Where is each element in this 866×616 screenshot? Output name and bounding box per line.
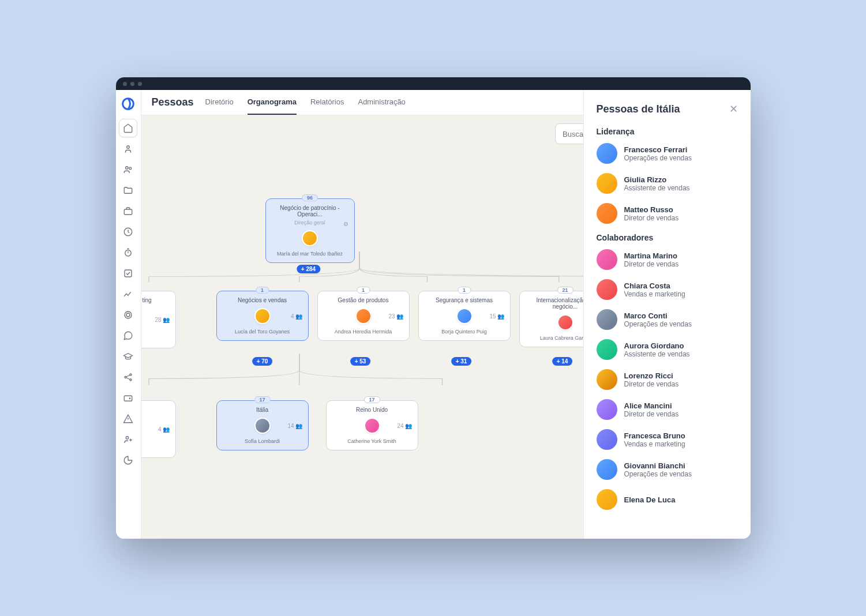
person-name: Giulia Rizzo [624,175,690,184]
tab-administracao[interactable]: Administração [358,90,405,115]
node-name: Andrea Heredia Hermida [335,329,392,335]
node-badge: 96 [302,194,318,201]
avatar [597,369,617,390]
person-row[interactable]: Alice ManciniDiretor de vendas [597,399,738,420]
org-node-root[interactable]: 96 Negócio de patrocínio - Operaci... Di… [265,198,355,263]
person-role: Operações de vendas [624,470,692,478]
node-badge: 17 [254,396,270,403]
org-node-italia[interactable]: 17 Itália 14 👥 Sofía Lombardi [216,400,309,450]
person-row[interactable]: Elena De Luca [597,489,738,510]
logo-icon[interactable] [120,96,136,112]
nav-chat[interactable] [119,326,137,345]
org-node-seguranca[interactable]: 1 Segurança e sistemas 15 👥 Borja Quinte… [418,291,511,341]
person-name: Alice Mancini [624,401,679,410]
expand-pill[interactable]: + 70 [252,357,273,366]
window-close-dot[interactable] [123,82,127,86]
tabs: Diretório Organograma Relatórios Adminis… [205,90,406,115]
avatar [355,308,372,324]
person-row[interactable]: Aurora GiordanoAssistente de vendas [597,339,738,360]
person-role: Vendas e marketing [624,440,685,448]
nav-grad[interactable] [119,347,137,366]
person-name: Elena De Luca [624,495,676,504]
nav-chart[interactable] [119,285,137,303]
nav-clock[interactable] [119,223,137,241]
tab-relatorios[interactable]: Relatórios [310,90,344,115]
node-count: 14 👥 [287,422,302,429]
node-title: Negócios e vendas [238,297,287,303]
nav-wallet[interactable] [119,389,137,407]
close-icon[interactable]: ✕ [729,103,738,115]
nav-share[interactable] [119,368,137,386]
person-row[interactable]: Francesco FerrariOperações de vendas [597,143,738,164]
person-role: Operações de vendas [624,154,692,162]
nav-pie[interactable] [119,451,137,469]
node-badge: 1 [458,287,471,294]
node-count: 15 👥 [489,313,504,319]
tab-organograma[interactable]: Organograma [248,90,297,115]
node-title: Negócio de patrocínio - Operaci... [272,205,348,217]
avatar [597,459,617,480]
node-count: 23 👥 [388,313,403,319]
nav-person[interactable] [119,140,137,158]
avatar [597,489,617,510]
nav-alert[interactable] [119,410,137,428]
person-role: Diretor de vendas [624,214,679,222]
section-lideranca: Liderança [597,127,738,136]
nav-briefcase[interactable] [119,202,137,220]
expand-pill[interactable]: + 31 [451,357,472,366]
node-badge: 21 [557,287,573,294]
nav-target[interactable] [119,306,137,324]
node-title: ting [142,297,151,303]
person-row[interactable]: Giulia RizzoAssistente de vendas [597,173,738,194]
nav-folder[interactable] [119,181,137,200]
gear-icon[interactable]: ⚙ [343,221,348,227]
person-row[interactable]: Francesca BrunoVendas e marketing [597,429,738,450]
person-row[interactable]: Martina MarinoDiretor de vendas [597,249,738,270]
org-node-l3-partial[interactable]: 4 👥 tín [141,400,176,458]
window-max-dot[interactable] [138,82,142,86]
nav-add-person[interactable] [119,430,137,449]
person-name: Matteo Russo [624,205,679,214]
person-name: Chiara Costa [624,281,685,290]
avatar [597,339,617,360]
person-row[interactable]: Matteo RussoDiretor de vendas [597,203,738,224]
org-node-vendas[interactable]: 1 Negócios e vendas 4 👥 Lucía del Toro G… [216,291,309,341]
person-role: Assistente de vendas [624,184,690,192]
person-name: Francesco Ferrari [624,145,692,154]
org-node-produtos[interactable]: 1 Gestão de produtos 23 👥 Andrea Heredia… [317,291,410,341]
window-min-dot[interactable] [130,82,134,86]
avatar [597,143,617,164]
node-name: Catherine York Smith [347,438,396,444]
nav-people[interactable] [119,160,137,179]
svg-point-1 [127,146,130,149]
node-count: 4 👥 [291,313,302,319]
svg-rect-7 [125,270,132,277]
person-row[interactable]: Marco ContiOperações de vendas [597,309,738,330]
person-row[interactable]: Lorenzo RicciDiretor de vendas [597,369,738,390]
person-name: Martina Marino [624,251,679,260]
svg-rect-13 [124,396,132,401]
tab-diretorio[interactable]: Diretório [205,90,234,115]
nav-home[interactable] [119,119,137,137]
avatar [597,173,617,194]
person-role: Diretor de vendas [624,410,679,418]
person-role: Vendas e marketing [624,290,685,298]
person-row[interactable]: Giovanni BianchiOperações de vendas [597,459,738,480]
person-role: Diretor de vendas [624,380,679,388]
org-node-reino-unido[interactable]: 17 Reino Unido 24 👥 Catherine York Smith [326,400,418,450]
nav-timer[interactable] [119,243,137,262]
node-title: Itália [256,407,268,413]
section-colaboradores: Colaboradores [597,233,738,242]
node-title: Segurança e sistemas [436,297,493,303]
person-role: Diretor de vendas [624,260,679,268]
nav-check[interactable] [119,264,137,283]
panel-title: Pessoas de Itália [597,103,680,115]
expand-pill[interactable]: + 53 [350,357,371,366]
expand-pill[interactable]: + 284 [297,265,320,273]
node-name: Sofía Lombardi [245,438,280,444]
person-row[interactable]: Chiara CostaVendas e marketing [597,279,738,300]
avatar [597,249,617,270]
expand-pill[interactable]: + 14 [552,357,573,366]
svg-point-9 [126,313,130,317]
org-node-marketing-partial[interactable]: ting 28 👥 [141,291,176,348]
